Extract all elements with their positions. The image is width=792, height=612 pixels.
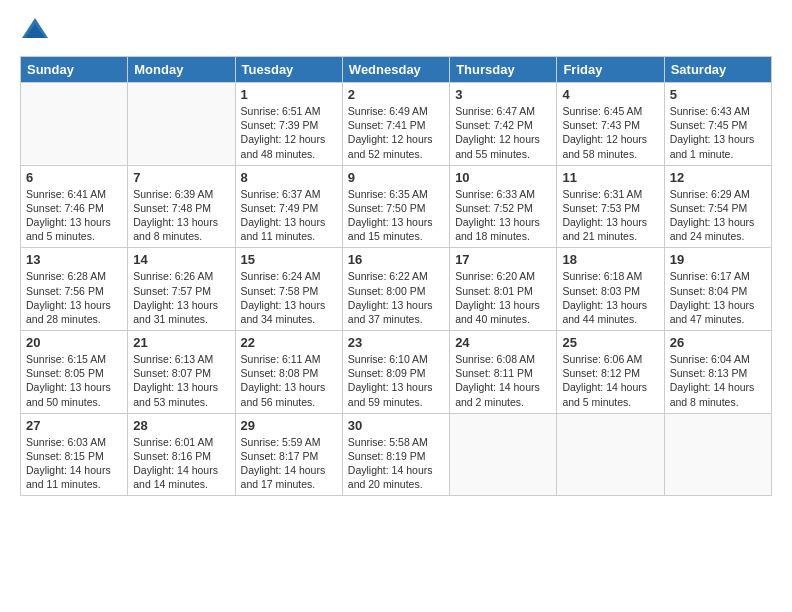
calendar-day-cell: 18Sunrise: 6:18 AM Sunset: 8:03 PM Dayli… [557, 248, 664, 331]
day-info: Sunrise: 6:45 AM Sunset: 7:43 PM Dayligh… [562, 104, 658, 161]
calendar-week-row: 6Sunrise: 6:41 AM Sunset: 7:46 PM Daylig… [21, 165, 772, 248]
calendar-week-row: 20Sunrise: 6:15 AM Sunset: 8:05 PM Dayli… [21, 331, 772, 414]
day-info: Sunrise: 5:58 AM Sunset: 8:19 PM Dayligh… [348, 435, 444, 492]
day-info: Sunrise: 6:11 AM Sunset: 8:08 PM Dayligh… [241, 352, 337, 409]
calendar-week-row: 13Sunrise: 6:28 AM Sunset: 7:56 PM Dayli… [21, 248, 772, 331]
calendar-day-cell: 11Sunrise: 6:31 AM Sunset: 7:53 PM Dayli… [557, 165, 664, 248]
calendar-day-cell: 10Sunrise: 6:33 AM Sunset: 7:52 PM Dayli… [450, 165, 557, 248]
day-info: Sunrise: 6:37 AM Sunset: 7:49 PM Dayligh… [241, 187, 337, 244]
calendar-day-cell: 9Sunrise: 6:35 AM Sunset: 7:50 PM Daylig… [342, 165, 449, 248]
day-number: 9 [348, 170, 444, 185]
calendar-day-cell: 1Sunrise: 6:51 AM Sunset: 7:39 PM Daylig… [235, 83, 342, 166]
calendar-header-row: SundayMondayTuesdayWednesdayThursdayFrid… [21, 57, 772, 83]
day-info: Sunrise: 6:41 AM Sunset: 7:46 PM Dayligh… [26, 187, 122, 244]
day-info: Sunrise: 6:43 AM Sunset: 7:45 PM Dayligh… [670, 104, 766, 161]
day-info: Sunrise: 6:33 AM Sunset: 7:52 PM Dayligh… [455, 187, 551, 244]
day-info: Sunrise: 6:51 AM Sunset: 7:39 PM Dayligh… [241, 104, 337, 161]
calendar-day-cell: 4Sunrise: 6:45 AM Sunset: 7:43 PM Daylig… [557, 83, 664, 166]
day-number: 3 [455, 87, 551, 102]
day-number: 2 [348, 87, 444, 102]
day-number: 29 [241, 418, 337, 433]
day-info: Sunrise: 6:01 AM Sunset: 8:16 PM Dayligh… [133, 435, 229, 492]
calendar-day-cell: 25Sunrise: 6:06 AM Sunset: 8:12 PM Dayli… [557, 331, 664, 414]
day-number: 20 [26, 335, 122, 350]
day-info: Sunrise: 6:06 AM Sunset: 8:12 PM Dayligh… [562, 352, 658, 409]
day-number: 15 [241, 252, 337, 267]
calendar-day-cell: 17Sunrise: 6:20 AM Sunset: 8:01 PM Dayli… [450, 248, 557, 331]
day-info: Sunrise: 6:22 AM Sunset: 8:00 PM Dayligh… [348, 269, 444, 326]
calendar-day-header: Saturday [664, 57, 771, 83]
calendar-day-header: Sunday [21, 57, 128, 83]
calendar-day-cell: 15Sunrise: 6:24 AM Sunset: 7:58 PM Dayli… [235, 248, 342, 331]
day-info: Sunrise: 6:39 AM Sunset: 7:48 PM Dayligh… [133, 187, 229, 244]
day-info: Sunrise: 6:47 AM Sunset: 7:42 PM Dayligh… [455, 104, 551, 161]
calendar-day-cell: 23Sunrise: 6:10 AM Sunset: 8:09 PM Dayli… [342, 331, 449, 414]
day-info: Sunrise: 6:31 AM Sunset: 7:53 PM Dayligh… [562, 187, 658, 244]
calendar-day-cell: 27Sunrise: 6:03 AM Sunset: 8:15 PM Dayli… [21, 413, 128, 496]
day-number: 21 [133, 335, 229, 350]
day-number: 19 [670, 252, 766, 267]
day-number: 6 [26, 170, 122, 185]
calendar-day-header: Thursday [450, 57, 557, 83]
day-number: 27 [26, 418, 122, 433]
day-number: 4 [562, 87, 658, 102]
day-info: Sunrise: 6:29 AM Sunset: 7:54 PM Dayligh… [670, 187, 766, 244]
calendar-day-cell: 6Sunrise: 6:41 AM Sunset: 7:46 PM Daylig… [21, 165, 128, 248]
calendar-day-cell [128, 83, 235, 166]
day-number: 23 [348, 335, 444, 350]
calendar-day-cell: 29Sunrise: 5:59 AM Sunset: 8:17 PM Dayli… [235, 413, 342, 496]
day-number: 13 [26, 252, 122, 267]
calendar-day-cell: 21Sunrise: 6:13 AM Sunset: 8:07 PM Dayli… [128, 331, 235, 414]
calendar-day-cell: 7Sunrise: 6:39 AM Sunset: 7:48 PM Daylig… [128, 165, 235, 248]
calendar-table: SundayMondayTuesdayWednesdayThursdayFrid… [20, 56, 772, 496]
day-info: Sunrise: 6:26 AM Sunset: 7:57 PM Dayligh… [133, 269, 229, 326]
day-info: Sunrise: 6:49 AM Sunset: 7:41 PM Dayligh… [348, 104, 444, 161]
calendar-week-row: 27Sunrise: 6:03 AM Sunset: 8:15 PM Dayli… [21, 413, 772, 496]
logo-icon [20, 16, 50, 46]
calendar-day-header: Friday [557, 57, 664, 83]
calendar-week-row: 1Sunrise: 6:51 AM Sunset: 7:39 PM Daylig… [21, 83, 772, 166]
calendar-day-cell: 19Sunrise: 6:17 AM Sunset: 8:04 PM Dayli… [664, 248, 771, 331]
calendar-day-header: Tuesday [235, 57, 342, 83]
day-number: 12 [670, 170, 766, 185]
day-number: 22 [241, 335, 337, 350]
calendar-day-cell: 3Sunrise: 6:47 AM Sunset: 7:42 PM Daylig… [450, 83, 557, 166]
header [20, 16, 772, 46]
calendar-day-cell [21, 83, 128, 166]
day-info: Sunrise: 6:03 AM Sunset: 8:15 PM Dayligh… [26, 435, 122, 492]
day-number: 1 [241, 87, 337, 102]
calendar-day-cell: 22Sunrise: 6:11 AM Sunset: 8:08 PM Dayli… [235, 331, 342, 414]
day-number: 26 [670, 335, 766, 350]
day-number: 16 [348, 252, 444, 267]
day-info: Sunrise: 5:59 AM Sunset: 8:17 PM Dayligh… [241, 435, 337, 492]
day-info: Sunrise: 6:08 AM Sunset: 8:11 PM Dayligh… [455, 352, 551, 409]
calendar-day-cell: 24Sunrise: 6:08 AM Sunset: 8:11 PM Dayli… [450, 331, 557, 414]
day-info: Sunrise: 6:15 AM Sunset: 8:05 PM Dayligh… [26, 352, 122, 409]
calendar-day-cell: 5Sunrise: 6:43 AM Sunset: 7:45 PM Daylig… [664, 83, 771, 166]
day-number: 11 [562, 170, 658, 185]
day-info: Sunrise: 6:35 AM Sunset: 7:50 PM Dayligh… [348, 187, 444, 244]
day-info: Sunrise: 6:28 AM Sunset: 7:56 PM Dayligh… [26, 269, 122, 326]
day-number: 28 [133, 418, 229, 433]
calendar-day-cell: 30Sunrise: 5:58 AM Sunset: 8:19 PM Dayli… [342, 413, 449, 496]
day-info: Sunrise: 6:24 AM Sunset: 7:58 PM Dayligh… [241, 269, 337, 326]
page: SundayMondayTuesdayWednesdayThursdayFrid… [0, 0, 792, 506]
day-number: 17 [455, 252, 551, 267]
calendar-day-cell [450, 413, 557, 496]
day-number: 14 [133, 252, 229, 267]
day-number: 25 [562, 335, 658, 350]
day-info: Sunrise: 6:10 AM Sunset: 8:09 PM Dayligh… [348, 352, 444, 409]
day-number: 24 [455, 335, 551, 350]
day-number: 10 [455, 170, 551, 185]
calendar-day-cell: 12Sunrise: 6:29 AM Sunset: 7:54 PM Dayli… [664, 165, 771, 248]
day-number: 5 [670, 87, 766, 102]
day-number: 30 [348, 418, 444, 433]
calendar-day-cell: 26Sunrise: 6:04 AM Sunset: 8:13 PM Dayli… [664, 331, 771, 414]
day-info: Sunrise: 6:20 AM Sunset: 8:01 PM Dayligh… [455, 269, 551, 326]
calendar-day-header: Monday [128, 57, 235, 83]
day-info: Sunrise: 6:17 AM Sunset: 8:04 PM Dayligh… [670, 269, 766, 326]
calendar-day-cell: 20Sunrise: 6:15 AM Sunset: 8:05 PM Dayli… [21, 331, 128, 414]
calendar-day-cell: 28Sunrise: 6:01 AM Sunset: 8:16 PM Dayli… [128, 413, 235, 496]
calendar-day-cell: 16Sunrise: 6:22 AM Sunset: 8:00 PM Dayli… [342, 248, 449, 331]
calendar-day-cell: 14Sunrise: 6:26 AM Sunset: 7:57 PM Dayli… [128, 248, 235, 331]
